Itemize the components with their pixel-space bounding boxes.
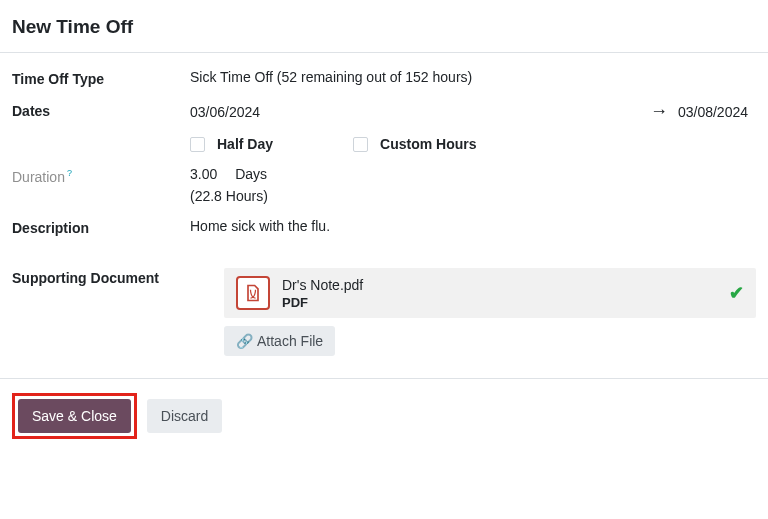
file-type: PDF <box>282 295 729 310</box>
supporting-document-label: Supporting Document <box>12 268 224 286</box>
date-start-input[interactable]: 03/06/2024 <box>190 104 260 120</box>
time-off-type-label: Time Off Type <box>12 69 190 87</box>
discard-button[interactable]: Discard <box>147 399 222 433</box>
duration-label: Duration? <box>12 166 190 185</box>
file-name: Dr's Note.pdf <box>282 277 729 293</box>
attach-file-button[interactable]: 🔗 Attach File <box>224 326 335 356</box>
half-day-checkbox[interactable] <box>190 137 205 152</box>
save-highlight-box: Save & Close <box>12 393 137 439</box>
arrow-right-icon: → <box>650 101 668 122</box>
save-and-close-button[interactable]: Save & Close <box>18 399 131 433</box>
check-icon: ✔ <box>729 282 744 304</box>
attached-file-row[interactable]: Dr's Note.pdf PDF ✔ <box>224 268 756 318</box>
dates-label: Dates <box>12 101 190 119</box>
paperclip-icon: 🔗 <box>236 333 253 349</box>
duration-unit: Days <box>235 166 267 182</box>
date-end-input[interactable]: 03/08/2024 <box>678 104 756 120</box>
description-value[interactable]: Home sick with the flu. <box>190 218 756 234</box>
duration-hours: (22.8 Hours) <box>190 188 756 204</box>
description-label: Description <box>12 218 190 236</box>
pdf-icon <box>236 276 270 310</box>
page-title: New Time Off <box>12 16 756 38</box>
half-day-label: Half Day <box>217 136 273 152</box>
time-off-type-value[interactable]: Sick Time Off (52 remaining out of 152 h… <box>190 69 756 85</box>
duration-value: 3.00 <box>190 166 217 182</box>
custom-hours-label: Custom Hours <box>380 136 476 152</box>
help-icon[interactable]: ? <box>67 168 72 178</box>
custom-hours-checkbox[interactable] <box>353 137 368 152</box>
